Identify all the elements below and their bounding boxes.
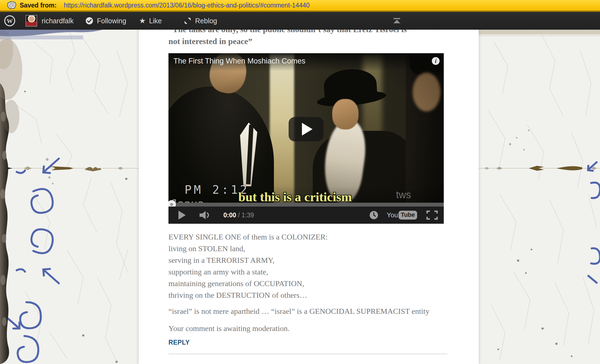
saved-page-url-link[interactable]: https://richardfalk.wordpress.com/2013/0… (64, 2, 310, 9)
video-title-bar: The First Thing When Moshiach Comes i (168, 53, 444, 71)
like-label: Like (149, 17, 162, 25)
user-avatar[interactable] (26, 15, 37, 27)
play-icon (302, 123, 312, 136)
comment-line: supporting an army with a state, (168, 266, 447, 278)
info-icon[interactable]: i (432, 57, 440, 65)
comment-line: serving in a TERRORIST ARMY, (168, 254, 447, 266)
wordpress-logo-icon[interactable]: W (4, 15, 16, 27)
video-control-bar: 0:00 / 1:39 You Tube (168, 207, 444, 224)
quote-heading-line: not interested in peace” (168, 35, 447, 47)
saved-from-label: Saved from: (20, 2, 57, 9)
fullscreen-icon[interactable] (426, 210, 438, 220)
crumpled-paper-icon (7, 1, 17, 10)
moderation-notice: Your comment is awaiting moderation. (168, 323, 447, 334)
youtube-logo-you: You (387, 211, 398, 219)
comment-line: maintaining generations of OCCUPATION, (168, 278, 447, 289)
post-content-column: “The talks are only, so the public shoul… (139, 12, 479, 364)
reblog-cycle-icon (183, 17, 192, 25)
clock-icon[interactable] (369, 210, 379, 220)
time-display: 0:00 / 1:39 (223, 212, 254, 219)
page: “The talks are only, so the public shoul… (0, 0, 600, 364)
elapsed-time: 0:00 (223, 212, 236, 219)
play-button[interactable] (178, 211, 186, 220)
following-button[interactable]: Following (85, 17, 126, 25)
scroll-to-top-icon[interactable] (392, 16, 402, 26)
video-title: The First Thing When Moshiach Comes (173, 57, 305, 65)
comment-body: EVERY SINGLE ONE of them is a COLONIZER:… (168, 231, 447, 301)
youtube-logo-tube: Tube (399, 211, 417, 220)
reply-link[interactable]: REPLY (168, 339, 190, 346)
youtube-embed-player[interactable]: PM 2:12 Janua but this is a criticism tw… (168, 53, 444, 224)
comment-divider (168, 353, 447, 355)
svg-text:W: W (7, 17, 13, 24)
username-link[interactable]: richardfalk (42, 17, 74, 25)
star-icon: ★ (139, 17, 146, 25)
comment-line: EVERY SINGLE ONE of them is a COLONIZER: (168, 231, 447, 243)
comment-line: thriving on the DESTRUCTION of others… (168, 289, 447, 301)
reblog-button[interactable]: Reblog (183, 17, 217, 25)
following-label: Following (97, 17, 126, 25)
wordpress-admin-bar: W richardfalk Following ★ Like Reblog (0, 12, 600, 30)
check-circle-icon (85, 17, 94, 25)
like-button[interactable]: ★ Like (139, 17, 162, 25)
youtube-logo[interactable]: You Tube (387, 211, 417, 220)
comment-line: living on STOLEN land, (168, 243, 447, 254)
comment-summary-line: “israel” is not mere apartheid … “israel… (168, 306, 447, 317)
saved-from-banner: Saved from: https://richardfalk.wordpres… (0, 0, 600, 12)
total-duration: / 1:39 (238, 212, 254, 219)
video-subtitle: but this is a criticism (238, 190, 352, 204)
video-watermark: tws (396, 189, 411, 201)
reblog-label: Reblog (195, 17, 217, 25)
video-progress-bar[interactable] (168, 203, 444, 207)
speaker-icon[interactable] (199, 210, 212, 220)
play-overlay-button[interactable] (289, 117, 324, 141)
